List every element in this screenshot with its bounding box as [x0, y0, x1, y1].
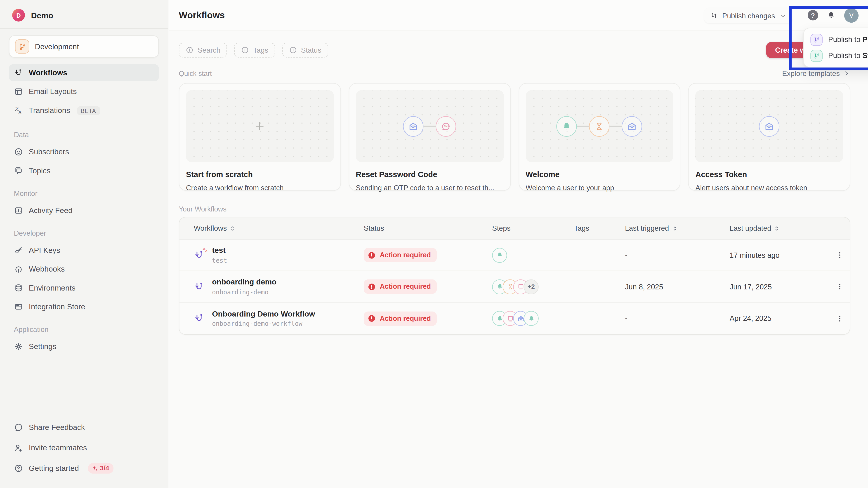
filter-chip-status[interactable]: Status	[282, 43, 328, 58]
workflow-name-col: onboarding demoonboarding-demo	[212, 278, 276, 296]
plus-circle-icon	[241, 46, 249, 54]
chevron-down-icon	[779, 12, 786, 19]
gear-icon	[14, 342, 23, 351]
card-canvas: SMS	[356, 90, 503, 162]
sidebar-item-webhooks[interactable]: Webhooks	[9, 260, 159, 278]
sidebar-item-label: Workflows	[29, 69, 67, 77]
step-connector	[577, 126, 589, 127]
email-icon	[759, 116, 780, 136]
workflow-name-col: Onboarding Demo Workflowonboarding-demo-…	[212, 309, 315, 328]
sort-icon	[671, 225, 678, 232]
sidebar-item-translations[interactable]: 文ATranslationsBETA	[9, 102, 159, 119]
workflow-name: Onboarding Demo Workflow	[212, 309, 315, 319]
sidebar-item-settings[interactable]: Settings	[9, 338, 159, 355]
column-label: Steps	[492, 224, 510, 232]
column-header-last-updated[interactable]: Last updated	[730, 224, 829, 232]
card-title: Access Token	[695, 170, 843, 179]
cell-steps	[492, 311, 574, 326]
sidebar-item-invite-teammates[interactable]: Invite teammates	[9, 438, 159, 457]
sidebar-item-label: Getting started	[29, 464, 79, 472]
sidebar-nav-sections: DataSubscribersTopicsMonitorActivity Fee…	[9, 121, 159, 357]
git-branch-icon	[810, 50, 823, 62]
question-icon: ?	[811, 12, 815, 19]
plus-circle-icon	[289, 46, 297, 54]
filter-chip-search[interactable]: Search	[179, 43, 227, 58]
kebab-menu-icon[interactable]	[832, 280, 847, 293]
environment-selector[interactable]: Development	[9, 35, 159, 58]
sidebar-item-subscribers[interactable]: Subscribers	[9, 143, 159, 160]
workflow-icon: 文A	[194, 250, 205, 260]
help-circle-icon	[14, 463, 23, 473]
org-row: D Demo	[9, 8, 159, 28]
column-header-last-triggered[interactable]: Last triggered	[625, 224, 730, 232]
help-button[interactable]: ?	[808, 10, 818, 21]
publish-menu-item-staging[interactable]: Publish to Staging3	[807, 48, 868, 64]
kebab-menu-icon[interactable]	[832, 312, 847, 325]
sidebar-section-label: Application	[14, 325, 154, 334]
sidebar-item-integration-store[interactable]: Integration Store	[9, 298, 159, 315]
publish-changes-label: Publish changes	[722, 11, 775, 20]
sidebar-item-topics[interactable]: Topics	[9, 162, 159, 180]
kebab-menu-icon[interactable]	[832, 249, 847, 262]
email-icon	[403, 116, 424, 136]
page-title: Workflows	[179, 10, 225, 20]
cell-status: Action required	[364, 311, 492, 326]
explore-templates-label: Explore templates	[782, 69, 840, 77]
steps-more-badge: +2	[524, 279, 539, 294]
key-icon	[14, 246, 23, 255]
sidebar-item-activity-feed[interactable]: Activity Feed	[9, 202, 159, 219]
sidebar-item-getting-started[interactable]: Getting started3/4	[9, 459, 159, 477]
sidebar-item-label: API Keys	[29, 246, 60, 255]
org-name: Demo	[31, 11, 53, 20]
table-row[interactable]: Onboarding Demo Workflowonboarding-demo-…	[179, 303, 850, 334]
quickstart-card[interactable]: Start from scratchCreate a workflow from…	[179, 83, 341, 191]
status-label: Action required	[380, 315, 431, 322]
publish-menu-item-label: Publish to Staging	[828, 52, 868, 60]
plus-circle-icon	[185, 46, 194, 54]
translate-overlay-icon: 文A	[202, 246, 209, 253]
card-title: Reset Password Code	[356, 170, 503, 179]
notifications-bell-icon[interactable]	[827, 11, 836, 20]
table-row[interactable]: onboarding demoonboarding-demoAction req…	[179, 271, 850, 303]
hourglass-icon	[589, 116, 610, 136]
column-header-workflows[interactable]: Workflows	[179, 224, 364, 232]
avatar[interactable]: V	[844, 8, 859, 23]
sidebar-item-workflows[interactable]: Workflows	[9, 64, 159, 81]
card-title: Welcome	[526, 170, 673, 179]
database-icon	[14, 283, 23, 293]
cell-last-triggered: -	[625, 314, 730, 323]
cell-last-updated: Apr 24, 2025	[730, 314, 829, 323]
sidebar-item-environments[interactable]: Environments	[9, 280, 159, 297]
quickstart-card[interactable]: SMSReset Password CodeSending an OTP cod…	[348, 83, 510, 191]
topbar-right: ? V	[808, 0, 859, 31]
sidebar-item-email-layouts[interactable]: Email Layouts	[9, 83, 159, 100]
sidebar-item-api-keys[interactable]: API Keys	[9, 242, 159, 259]
card-step-flow	[759, 116, 780, 136]
filter-chip-tags[interactable]: Tags	[234, 43, 275, 58]
sidebar-nav-primary: WorkflowsEmail Layouts文ATranslationsBETA	[9, 64, 159, 121]
card-title: Start from scratch	[186, 170, 334, 179]
cell-actions	[829, 312, 850, 325]
quickstart-card[interactable]: Access TokenAlert users about new access…	[688, 83, 850, 191]
sidebar-item-label: Environments	[29, 284, 75, 292]
table-body: 文AtesttestAction required-17 minutes ago…	[179, 239, 850, 334]
filter-label: Status	[301, 46, 321, 54]
quickstart-card[interactable]: WelcomeWelcome a user to your app	[518, 83, 680, 191]
status-badge: Action required	[364, 311, 437, 326]
layout-icon	[14, 87, 23, 96]
sort-icon	[774, 225, 780, 232]
column-label: Last triggered	[625, 224, 669, 232]
publish-menu-item-production[interactable]: Publish to Production2	[807, 32, 868, 48]
explore-templates-link[interactable]: Explore templates	[782, 69, 850, 77]
filter-label: Search	[197, 46, 220, 54]
workflow-name-wrap: Onboarding Demo Workflowonboarding-demo-…	[194, 309, 364, 328]
getting-started-progress-badge: 3/4	[88, 463, 114, 474]
sidebar-item-share-feedback[interactable]: Share Feedback	[9, 418, 159, 436]
bell-icon	[492, 248, 507, 263]
table-row[interactable]: 文AtesttestAction required-17 minutes ago	[179, 239, 850, 271]
sidebar-item-label: Webhooks	[29, 265, 65, 273]
publish-changes-button[interactable]: Publish changes	[704, 8, 793, 23]
workflow-name: test	[212, 246, 227, 255]
workflow-name: onboarding demo	[212, 278, 276, 287]
cell-last-triggered: Jun 8, 2025	[625, 283, 730, 291]
